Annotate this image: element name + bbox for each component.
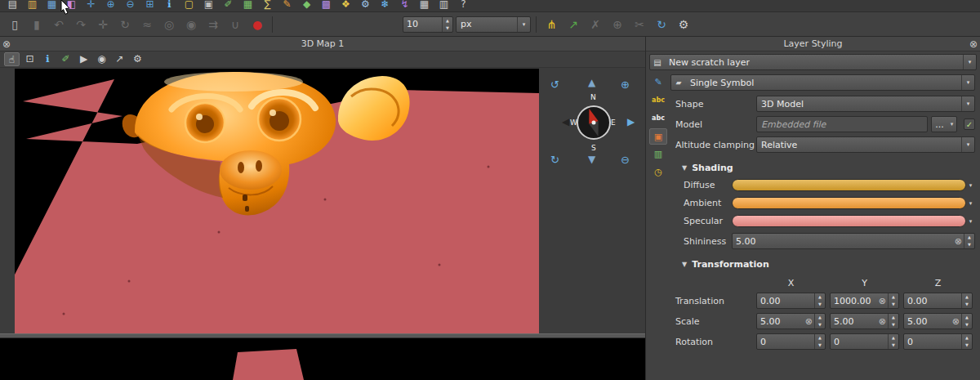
shading-section-header[interactable]: ▼ Shading bbox=[682, 163, 978, 173]
spinbox-arrows[interactable]: ▲ ▼ bbox=[961, 314, 972, 329]
color-dropdown-icon[interactable]: ▾ bbox=[966, 182, 975, 189]
map-options-icon[interactable]: ⚙ bbox=[674, 16, 693, 34]
color-dropdown-icon[interactable]: ▾ bbox=[966, 200, 975, 207]
spin-up-icon[interactable]: ▲ bbox=[962, 334, 972, 342]
spinbox-arrows[interactable]: ▲ ▼ bbox=[888, 314, 898, 329]
zoom-full-icon[interactable]: ⊡ bbox=[22, 52, 38, 66]
project-new-icon[interactable]: ▤ bbox=[5, 0, 20, 11]
select-features-icon[interactable]: ▢ bbox=[181, 0, 197, 11]
spinbox-arrows[interactable]: ▲ ▼ bbox=[961, 334, 972, 349]
field-calculator-icon[interactable]: ∑ bbox=[260, 0, 275, 11]
symbol-type-combobox[interactable]: ▰ Single Symbol ▾ bbox=[670, 74, 975, 91]
snowflake-icon[interactable]: ❄ bbox=[377, 0, 393, 11]
measure-icon[interactable]: ✐ bbox=[220, 0, 236, 11]
measure-line-icon[interactable]: ✐ bbox=[58, 52, 74, 66]
pan-right-arrow-icon[interactable]: ▶ bbox=[627, 116, 635, 127]
lightning-icon[interactable]: ↯ bbox=[397, 0, 412, 11]
project-save-icon[interactable]: ▦ bbox=[44, 0, 60, 11]
move-feature-icon[interactable]: ✛ bbox=[93, 16, 113, 34]
specular-color-button[interactable] bbox=[732, 215, 966, 227]
new-layer-icon[interactable]: ✎ bbox=[279, 0, 295, 11]
pan-map-icon[interactable]: ✛ bbox=[83, 0, 99, 11]
combo-arrow-icon[interactable]: ▾ bbox=[961, 96, 974, 111]
spinbox-arrows[interactable]: ▲ ▼ bbox=[888, 293, 898, 308]
labels-tab-icon[interactable]: abc bbox=[649, 92, 667, 109]
spin-down-icon[interactable]: ▼ bbox=[815, 342, 825, 349]
deselect-icon[interactable]: ▣ bbox=[201, 0, 216, 11]
transformation-section-header[interactable]: ▼ Transformation bbox=[682, 259, 978, 270]
browse-dropdown-icon[interactable]: ▾ bbox=[947, 121, 956, 127]
translation-z-spinbox[interactable]: 0.00 ▲ ▼ bbox=[903, 293, 973, 309]
add-part-icon[interactable]: ◉ bbox=[181, 16, 201, 34]
orbit-down-icon[interactable]: ↻ bbox=[550, 154, 559, 166]
spin-down-icon[interactable]: ▼ bbox=[889, 321, 898, 329]
spin-down-icon[interactable]: ▼ bbox=[889, 301, 898, 308]
vertex-tool-icon[interactable]: ⊕ bbox=[608, 16, 627, 34]
rotation-x-spinbox[interactable]: 0 ▲ ▼ bbox=[756, 333, 826, 350]
shape-combobox[interactable]: 3D Model ▾ bbox=[756, 96, 975, 112]
tracing-icon[interactable]: ↗ bbox=[564, 16, 583, 34]
size-spinbox[interactable]: 10 ▲ ▼ bbox=[403, 16, 453, 33]
scale-x-spinbox[interactable]: 5.00 ⊗ ▲ ▼ bbox=[756, 313, 826, 329]
zoom-out-icon[interactable]: ⊖ bbox=[621, 154, 630, 166]
unit-combobox[interactable]: px ▾ bbox=[456, 16, 531, 33]
collapse-icon[interactable]: ▼ bbox=[682, 164, 687, 172]
spin-up-icon[interactable]: ▲ bbox=[815, 293, 825, 301]
callouts-tab-icon[interactable]: abc bbox=[649, 110, 667, 127]
ambient-color-button[interactable] bbox=[732, 197, 966, 209]
spin-down-icon[interactable]: ▼ bbox=[815, 301, 825, 308]
zoom-in-icon[interactable]: ⊕ bbox=[103, 0, 118, 11]
scene-options-icon[interactable]: ⚙ bbox=[130, 52, 145, 66]
project-open-icon[interactable]: ▥ bbox=[24, 0, 40, 11]
export-scene-icon[interactable]: ↗ bbox=[112, 52, 127, 66]
tilt-up-arrow-icon[interactable]: ▲ bbox=[588, 77, 595, 88]
layout-manager-icon[interactable]: ▥ bbox=[436, 0, 452, 11]
combo-arrow-icon[interactable]: ▾ bbox=[963, 55, 976, 69]
undo-icon[interactable]: ↶ bbox=[49, 16, 69, 34]
spin-up-icon[interactable]: ▲ bbox=[815, 314, 825, 321]
paste-style-icon[interactable]: ▮ bbox=[27, 16, 47, 34]
translation-x-spinbox[interactable]: 0.00 ▲ ▼ bbox=[756, 293, 826, 309]
rotation-y-spinbox[interactable]: 0 ▲ ▼ bbox=[830, 333, 899, 350]
snapping-icon[interactable]: ⋔ bbox=[541, 16, 561, 34]
translation-y-spinbox[interactable]: 1000.00 ⊗ ▲ ▼ bbox=[830, 293, 899, 309]
pan-left-arrow-icon[interactable]: ◀ bbox=[562, 116, 569, 127]
spinbox-arrows[interactable]: ▲ ▼ bbox=[814, 293, 825, 308]
altitude-clamping-combobox[interactable]: Relative ▾ bbox=[756, 136, 975, 153]
add-vector-icon[interactable]: ◆ bbox=[299, 0, 314, 11]
help-icon[interactable]: ? bbox=[456, 0, 471, 11]
copy-style-icon[interactable]: ▯ bbox=[5, 16, 24, 34]
spin-up-icon[interactable]: ▲ bbox=[443, 17, 452, 25]
scale-z-spinbox[interactable]: 5.00 ⊗ ▲ ▼ bbox=[903, 313, 973, 329]
spin-up-icon[interactable]: ▲ bbox=[889, 334, 898, 342]
3d-viewport[interactable] bbox=[15, 69, 539, 335]
clear-value-icon[interactable]: ⊗ bbox=[879, 317, 886, 326]
model-file-field[interactable] bbox=[757, 119, 927, 130]
clear-value-icon[interactable]: ⊗ bbox=[955, 237, 962, 246]
color-dropdown-icon[interactable]: ▾ bbox=[966, 218, 975, 225]
spinbox-arrows[interactable]: ▲ ▼ bbox=[888, 334, 898, 349]
collapse-icon[interactable]: ▼ bbox=[682, 261, 687, 268]
camera-control-icon[interactable]: ☝ bbox=[4, 52, 20, 66]
play-animation-icon[interactable]: ▶ bbox=[76, 52, 91, 66]
zoom-out-icon[interactable]: ⊖ bbox=[122, 0, 138, 11]
spinbox-arrows[interactable]: ▲ ▼ bbox=[814, 334, 825, 349]
diagrams-tab-icon[interactable]: ▥ bbox=[649, 146, 667, 163]
combo-arrow-icon[interactable]: ▾ bbox=[517, 17, 530, 32]
spin-up-icon[interactable]: ▲ bbox=[815, 334, 825, 342]
diffuse-color-button[interactable] bbox=[732, 179, 966, 191]
spin-down-icon[interactable]: ▼ bbox=[815, 321, 825, 329]
scale-y-spinbox[interactable]: 5.00 ⊗ ▲ ▼ bbox=[830, 313, 899, 329]
spin-down-icon[interactable]: ▼ bbox=[962, 301, 972, 308]
clear-value-icon[interactable]: ⊗ bbox=[805, 317, 813, 326]
spin-down-icon[interactable]: ▼ bbox=[962, 321, 972, 329]
orbit-up-icon[interactable]: ↺ bbox=[550, 78, 559, 91]
delete-selected-icon[interactable]: ✗ bbox=[586, 16, 605, 34]
rotation-z-spinbox[interactable]: 0 ▲ ▼ bbox=[903, 333, 973, 350]
spin-up-icon[interactable]: ▲ bbox=[889, 293, 898, 301]
tilt-down-arrow-icon[interactable]: ▼ bbox=[588, 154, 595, 165]
browse-model-button[interactable]: ... ▾ bbox=[931, 116, 957, 132]
model-enabled-checkbox[interactable]: ✓ bbox=[964, 118, 975, 130]
spin-up-icon[interactable]: ▲ bbox=[889, 314, 898, 321]
python-console-icon[interactable]: ❖ bbox=[338, 0, 354, 11]
